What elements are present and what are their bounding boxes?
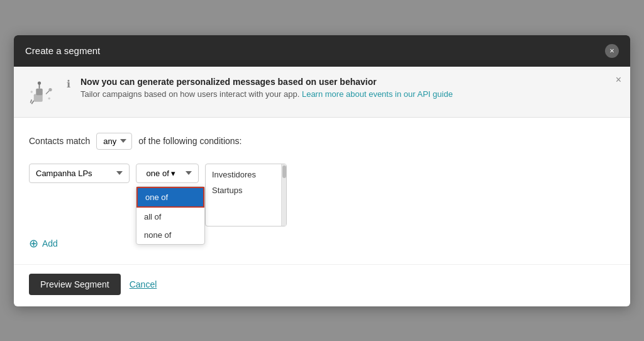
operator-select-button[interactable]: one of ▾ <box>136 164 199 183</box>
add-label: Add <box>42 238 58 249</box>
modal-overlay: Create a segment × ℹ <box>0 0 644 341</box>
field-select[interactable]: Campanha LPs <box>29 164 130 183</box>
svg-point-8 <box>31 91 33 93</box>
svg-line-4 <box>31 99 32 103</box>
values-list: Investidores Startups <box>206 164 281 226</box>
modal-close-button[interactable]: × <box>605 44 619 58</box>
banner-illustration-icon <box>26 77 57 107</box>
conditions-suffix-label: of the following conditions: <box>138 136 242 146</box>
operator-wrapper: one of ▾ one of all of none of <box>136 164 199 183</box>
banner-close-button[interactable]: × <box>616 74 621 86</box>
svg-rect-0 <box>34 94 43 101</box>
conditions-row: Contacts match any all of the following … <box>29 133 615 150</box>
add-icon: ⊕ <box>29 238 38 249</box>
svg-line-6 <box>46 91 49 94</box>
operator-option-none-of[interactable]: none of <box>136 226 204 244</box>
modal-header: Create a segment × <box>14 35 630 67</box>
banner-heading: Now you can generate personalized messag… <box>80 77 618 87</box>
cancel-button[interactable]: Cancel <box>130 279 157 289</box>
operator-dropdown: one of all of none of <box>136 186 205 245</box>
add-condition-row[interactable]: ⊕ Add <box>29 238 615 249</box>
segment-condition-row: Campanha LPs one of ▾ one of all of none… <box>29 164 615 226</box>
svg-point-7 <box>48 87 52 91</box>
svg-point-9 <box>48 97 51 99</box>
modal-body: Contacts match any all of the following … <box>14 118 630 262</box>
operator-option-one-of[interactable]: one of <box>136 187 204 208</box>
banner-info-icon: ℹ <box>67 78 70 90</box>
value-item-investidores[interactable]: Investidores <box>206 167 281 182</box>
values-scrollbar[interactable] <box>281 164 286 226</box>
info-banner: ℹ Now you can generate personalized mess… <box>14 67 630 118</box>
banner-subtext: Tailor campaigns based on how users inte… <box>80 89 618 99</box>
svg-rect-1 <box>36 88 43 95</box>
conditions-prefix-label: Contacts match <box>29 136 90 146</box>
modal-footer: Preview Segment Cancel <box>14 264 630 306</box>
modal-title: Create a segment <box>25 45 100 56</box>
svg-line-5 <box>31 101 34 104</box>
values-wrapper: Investidores Startups <box>205 164 287 226</box>
operator-option-all-of[interactable]: all of <box>136 208 204 226</box>
match-select[interactable]: any all <box>96 133 132 150</box>
preview-segment-button[interactable]: Preview Segment <box>29 274 121 295</box>
banner-api-link[interactable]: Learn more about events in our API guide <box>302 89 453 99</box>
svg-point-3 <box>38 81 41 84</box>
modal: Create a segment × ℹ <box>14 35 630 306</box>
scrollbar-thumb <box>282 165 286 178</box>
banner-text-content: Now you can generate personalized messag… <box>80 77 618 99</box>
value-item-startups[interactable]: Startups <box>206 182 281 198</box>
